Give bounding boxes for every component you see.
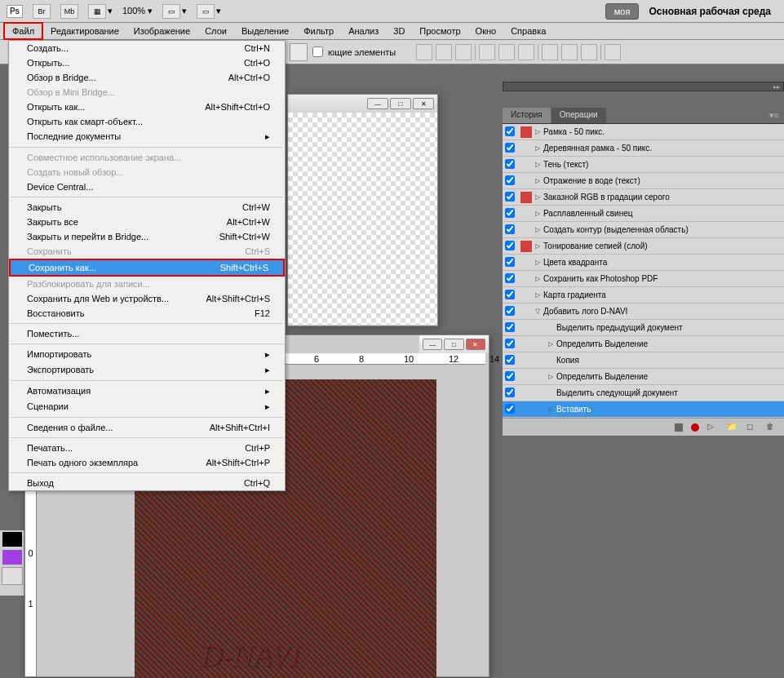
file-menu-item[interactable]: Сведения о файле...Alt+Shift+Ctrl+I [9, 420, 285, 435]
quickmask-icon[interactable] [2, 567, 23, 585]
zoom-dropdown[interactable]: 100% ▾ [122, 6, 153, 16]
trash-icon[interactable]: 🗑 [766, 422, 777, 433]
file-menu-item[interactable]: ВосстановитьF12 [9, 306, 285, 321]
action-row[interactable]: ▷Рамка - 50 пикс. [503, 124, 784, 140]
menu-edit[interactable]: Редактирование [43, 24, 126, 38]
expand-triangle-icon[interactable]: ▷ [534, 275, 542, 282]
expand-triangle-icon[interactable]: ▷ [547, 373, 555, 380]
dist-btn-1[interactable] [542, 44, 558, 60]
minimize-icon[interactable]: — [367, 98, 388, 109]
action-checkbox[interactable] [505, 192, 515, 202]
action-dialog-icon[interactable] [520, 355, 532, 366]
more-btn[interactable] [605, 44, 621, 60]
dist-btn-3[interactable] [581, 44, 597, 60]
action-checkbox[interactable] [505, 257, 515, 267]
close-icon[interactable]: ✕ [413, 98, 434, 109]
action-checkbox[interactable] [505, 339, 515, 348]
align-btn-6[interactable] [518, 44, 534, 60]
action-row[interactable]: ▷Заказной RGB в градации серого [503, 189, 784, 206]
view-dropdown[interactable]: ▦▾ [88, 4, 113, 19]
mb-icon[interactable]: Mb [60, 4, 78, 19]
action-row[interactable]: ▷Определить Выделение [503, 336, 784, 352]
workspace-label[interactable]: Основная рабочая среда [649, 6, 771, 17]
action-row[interactable]: ▷Цвета квадранта [503, 255, 784, 271]
play-icon[interactable]: ▷ [707, 422, 719, 433]
action-dialog-icon[interactable] [520, 175, 532, 187]
file-menu-item[interactable]: Закрыть всеAlt+Ctrl+W [9, 215, 285, 229]
expand-triangle-icon[interactable]: ▷ [534, 291, 542, 299]
action-dialog-icon[interactable] [520, 143, 532, 154]
my-button[interactable]: моя [605, 3, 640, 20]
file-menu-item[interactable]: ВыходCtrl+Q [9, 476, 285, 490]
file-menu-item[interactable]: Обзор в Bridge...Alt+Ctrl+O [9, 70, 285, 85]
arrange-dropdown[interactable]: ▭▾ [197, 4, 221, 19]
action-row[interactable]: ▷Расплавленный свинец [503, 206, 784, 222]
action-dialog-icon[interactable] [520, 322, 532, 334]
menu-filter[interactable]: Фильтр [296, 24, 341, 38]
file-menu-item[interactable]: Сохранить как...Shift+Ctrl+S [9, 259, 285, 277]
align-btn-2[interactable] [436, 44, 452, 60]
action-checkbox[interactable] [505, 273, 515, 283]
file-menu-item[interactable]: Открыть как смарт-объект... [9, 114, 285, 129]
align-btn-4[interactable] [479, 44, 495, 60]
expand-triangle-icon[interactable]: ▷ [534, 242, 542, 250]
action-dialog-icon[interactable] [520, 339, 532, 350]
menu-select[interactable]: Выделение [234, 24, 296, 38]
file-menu-item[interactable]: Печатать...Ctrl+P [9, 441, 285, 455]
expand-triangle-icon[interactable]: ▽ [534, 308, 542, 315]
action-row[interactable]: ▷Тонирование сепией (слой) [503, 238, 784, 255]
panel-collapse-bar[interactable]: ▸▸ [503, 82, 784, 91]
action-dialog-icon[interactable] [520, 290, 532, 301]
action-checkbox[interactable] [505, 290, 515, 299]
new-set-icon[interactable]: 📁 [727, 422, 738, 433]
file-menu-item[interactable]: Сохранить для Web и устройств...Alt+Shif… [9, 291, 285, 306]
background-color[interactable] [2, 550, 22, 565]
dist-btn-2[interactable] [561, 44, 578, 60]
file-menu-item[interactable]: Последние документы▸ [9, 129, 285, 144]
action-dialog-icon[interactable] [520, 208, 532, 219]
action-row[interactable]: Копия [503, 352, 784, 369]
action-dialog-icon[interactable] [520, 159, 532, 171]
expand-triangle-icon[interactable]: ▷ [534, 193, 542, 201]
show-elements-checkbox[interactable] [312, 47, 323, 57]
menu-help[interactable]: Справка [503, 24, 553, 38]
file-menu-item[interactable]: Device Central... [9, 179, 285, 194]
action-row[interactable]: ▷Деревянная рамка - 50 пикс. [503, 140, 784, 157]
record-icon[interactable] [691, 423, 699, 432]
action-checkbox[interactable] [505, 322, 515, 332]
file-menu-item[interactable]: Печать одного экземпляраAlt+Shift+Ctrl+P [9, 455, 285, 470]
menu-analysis[interactable]: Анализ [341, 24, 386, 38]
action-row[interactable]: ▷Тень (текст) [503, 157, 784, 173]
action-row[interactable]: ▷Определить Выделение [503, 369, 784, 385]
tab-actions[interactable]: Операции [551, 108, 607, 123]
screen-mode-dropdown[interactable]: ▭▾ [162, 4, 187, 19]
panel-menu-icon[interactable]: ▾≡ [764, 108, 784, 123]
file-menu-item[interactable]: Открыть...Ctrl+O [9, 55, 285, 70]
action-checkbox[interactable] [505, 126, 515, 136]
action-dialog-icon[interactable] [520, 306, 532, 317]
action-checkbox[interactable] [505, 404, 515, 414]
action-checkbox[interactable] [505, 224, 515, 234]
expand-triangle-icon[interactable]: ▷ [534, 177, 542, 184]
file-menu-item[interactable]: Создать...Ctrl+N [9, 41, 285, 55]
menu-file[interactable]: Файл [3, 22, 43, 40]
minimize-icon[interactable]: — [423, 339, 442, 350]
action-dialog-icon[interactable] [520, 404, 532, 415]
action-checkbox[interactable] [505, 306, 515, 316]
action-dialog-icon[interactable] [520, 126, 532, 138]
action-row[interactable]: ▷Вставить [503, 401, 784, 418]
expand-triangle-icon[interactable]: ▷ [547, 340, 555, 348]
close-icon[interactable]: ✕ [466, 339, 485, 350]
action-dialog-icon[interactable] [520, 224, 532, 236]
expand-triangle-icon[interactable]: ▷ [534, 259, 542, 266]
action-row[interactable]: Выделить предыдущий документ [503, 320, 784, 336]
align-btn-5[interactable] [498, 44, 515, 60]
action-dialog-icon[interactable] [520, 192, 532, 203]
action-checkbox[interactable] [505, 159, 515, 169]
action-row[interactable]: ▽Добавить лого D-NAVI [503, 304, 784, 320]
action-checkbox[interactable] [505, 355, 515, 365]
file-menu-item[interactable]: Сценарии▸ [9, 399, 285, 414]
expand-triangle-icon[interactable]: ▷ [547, 405, 555, 413]
action-checkbox[interactable] [505, 175, 515, 185]
menu-3d[interactable]: 3D [386, 24, 412, 38]
